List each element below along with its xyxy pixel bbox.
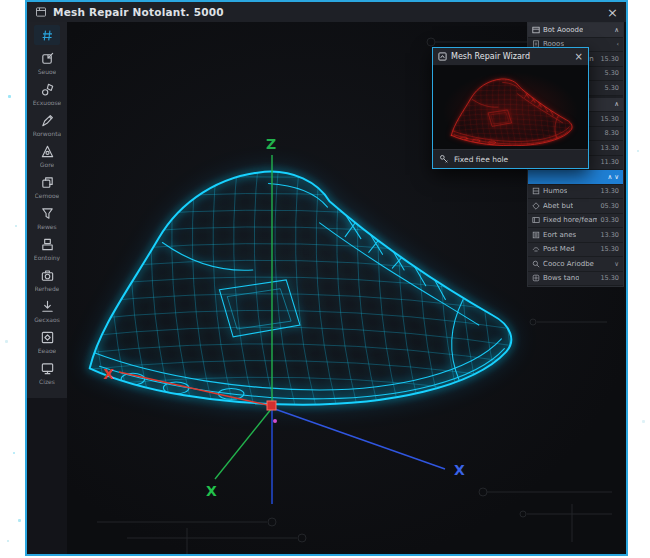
- panel-row[interactable]: Abet but 05.30: [528, 199, 623, 214]
- funnel-icon: [40, 206, 55, 221]
- dialog-preview: [433, 66, 588, 149]
- sidebar-item-eeaoe[interactable]: Eeaoe: [27, 326, 67, 357]
- chevron-down-icon[interactable]: ∨: [614, 260, 619, 268]
- title-bar[interactable]: Mesh Repair Notolant. 5000 ×: [27, 2, 626, 22]
- x-axis-green-line: [215, 408, 272, 479]
- app-icon: [35, 6, 47, 18]
- sidebar-item-ecxuoose[interactable]: Ecxuoose: [27, 78, 67, 109]
- window-content: Z X X X Seuoe: [27, 22, 626, 554]
- sidebar-item-cemooe[interactable]: Cemooe: [27, 171, 67, 202]
- dialog-status-bar[interactable]: Fixed fiee hole: [433, 149, 588, 168]
- sidebar-item-label: Cizes: [39, 378, 55, 385]
- axis-label-z: Z: [266, 136, 276, 152]
- x-axis-blue-line: [272, 408, 445, 469]
- sidebar-item-label: Rerhede: [35, 285, 60, 292]
- display-icon: [40, 361, 55, 376]
- sidebar-item-label: Rewes: [37, 223, 56, 230]
- panel-row[interactable]: Eort anes 13.30: [528, 228, 623, 243]
- sidebar-item-label: Rorwonta: [33, 130, 61, 137]
- panel-row[interactable]: Post Med 15.30: [528, 243, 623, 258]
- import-icon: [40, 51, 55, 66]
- axis-label-x-green: X: [206, 483, 217, 499]
- sidebar-item-label: Gore: [40, 161, 54, 168]
- gizmo-origin-handle[interactable]: [267, 401, 276, 410]
- margin-speckle: [637, 150, 639, 152]
- margin-speckle: [18, 519, 21, 522]
- align-icon: [40, 144, 55, 159]
- shapes-icon: [40, 82, 55, 97]
- margin-speckle: [5, 340, 8, 343]
- window-title: Mesh Repair Notolant. 5000: [53, 6, 224, 18]
- tool-icon: [532, 231, 540, 239]
- axis-label-x-blue: X: [454, 462, 465, 478]
- sidebar-item-rorwonta[interactable]: Rorwonta: [27, 109, 67, 140]
- dialog-action-label: Fixed fiee hole: [454, 155, 508, 164]
- sidebar-item-rewes[interactable]: Rewes: [27, 202, 67, 233]
- panel-section-header[interactable]: Bot Aooode ∧: [528, 23, 623, 38]
- dialog-close-icon[interactable]: ×: [575, 52, 583, 62]
- margin-speckle: [13, 452, 15, 454]
- hash-grid-icon: [41, 29, 54, 42]
- margin-speckle: [642, 420, 645, 423]
- sidebar-item-gecxaos[interactable]: Gecxaos: [27, 295, 67, 326]
- sidebar-item-seuoe[interactable]: Seuoe: [27, 47, 67, 78]
- margin-speckle: [15, 225, 17, 227]
- sidebar-item-rerhede[interactable]: Rerhede: [27, 264, 67, 295]
- dialog-title-bar[interactable]: Mesh Repair Wizard ×: [433, 48, 588, 66]
- sidebar-item-label: Cemooe: [35, 192, 60, 199]
- sculpt-icon: [40, 113, 55, 128]
- sidebar-item-label: Ecxuoose: [33, 99, 62, 106]
- app-window: Mesh Repair Notolant. 5000 ×: [25, 0, 628, 556]
- margin-speckle: [8, 95, 11, 98]
- gizmo-origin-dot: [273, 419, 277, 423]
- boxes-icon: [40, 237, 55, 252]
- sidebar-item-label: Seuoe: [38, 68, 57, 75]
- repair-tool-icon: [439, 154, 449, 164]
- toolbar-menu-button[interactable]: [34, 25, 60, 45]
- panel-row[interactable]: Bows tano 15.30: [528, 272, 623, 287]
- tool-icon: [532, 274, 540, 282]
- sidebar-item-cizes[interactable]: Cizes: [27, 357, 67, 388]
- panel-row[interactable]: Humos 13.30: [528, 185, 623, 200]
- duplicate-icon: [40, 175, 55, 190]
- frame-icon: [40, 330, 55, 345]
- screenshot-page: Mesh Repair Notolant. 5000 ×: [0, 0, 650, 558]
- list-icon: [532, 26, 540, 34]
- panel-row[interactable]: Cooco Ariodbe ∨: [528, 257, 623, 272]
- mesh-repair-wizard-dialog: Mesh Repair Wizard × Fixed fiee hole: [432, 47, 589, 169]
- search-icon: [532, 260, 540, 268]
- sidebar-item-label: Eontoiny: [34, 254, 60, 261]
- panel-row-selected[interactable]: ∧ ∨: [528, 170, 623, 185]
- margin-speckle: [7, 540, 9, 542]
- wizard-icon: [438, 52, 447, 61]
- chevron-up-icon[interactable]: ∧: [614, 26, 619, 34]
- shoe-thumbnail-red: [441, 70, 581, 146]
- sidebar-item-gore[interactable]: Gore: [27, 140, 67, 171]
- chevron-up-icon[interactable]: ∧: [614, 100, 619, 108]
- tool-icon: [532, 187, 540, 195]
- spinner-chevrons-icon[interactable]: ∧ ∨: [607, 173, 619, 181]
- tool-icon: [532, 245, 540, 253]
- sidebar-item-label: Gecxaos: [34, 316, 60, 323]
- dialog-title: Mesh Repair Wizard: [451, 52, 530, 61]
- shoe-wireframe-model[interactable]: [78, 158, 522, 406]
- left-toolbar: Seuoe Ecxuoose Rorwonta: [27, 22, 67, 398]
- axis-label-x-red: X: [103, 366, 114, 382]
- sidebar-item-label: Eeaoe: [38, 347, 57, 354]
- tool-icon: [532, 216, 540, 224]
- close-icon[interactable]: ×: [607, 6, 618, 19]
- tool-icon: [532, 202, 540, 210]
- camera-icon: [40, 268, 55, 283]
- download-icon: [40, 299, 55, 314]
- panel-row[interactable]: Fixed hore/feam 03.30: [528, 214, 623, 229]
- sidebar-item-eontoiny[interactable]: Eontoiny: [27, 233, 67, 264]
